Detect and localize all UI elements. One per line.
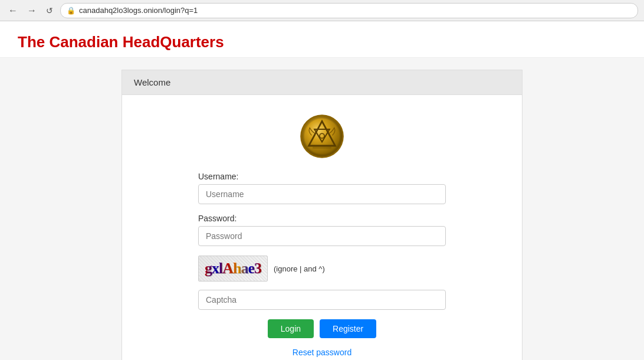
coin-logo	[298, 113, 346, 160]
page-body: Welcome	[0, 58, 644, 360]
reload-button[interactable]: ↺	[44, 5, 55, 17]
captcha-input-group	[198, 290, 446, 310]
browser-chrome: ← → ↺ 🔒 canadahq2lo3logs.onion/login?q=1	[0, 0, 644, 21]
password-label: Password:	[198, 214, 446, 223]
card-title: Welcome	[134, 77, 170, 87]
login-button[interactable]: Login	[268, 319, 314, 338]
captcha-input[interactable]	[198, 290, 446, 310]
svg-rect-6	[313, 147, 331, 149]
captcha-row: gxlAhae3 (ignore | and ^)	[198, 256, 446, 282]
username-group: Username:	[198, 172, 446, 204]
site-title[interactable]: The Canadian HeadQuarters	[18, 33, 224, 51]
username-input[interactable]	[198, 184, 446, 204]
password-input[interactable]	[198, 226, 446, 246]
captcha-image: gxlAhae3	[198, 256, 268, 282]
captcha-hint: (ignore | and ^)	[274, 264, 325, 273]
login-form: Username: Password: gxlAhae3 (ignore | a…	[198, 172, 446, 357]
register-button[interactable]: Register	[320, 319, 376, 338]
reset-password-link[interactable]: Reset password	[198, 348, 446, 357]
buttons-row: Login Register	[198, 319, 446, 338]
url-text: canadahq2lo3logs.onion/login?q=1	[79, 6, 198, 15]
page-header: The Canadian HeadQuarters	[0, 21, 644, 58]
card-body: Username: Password: gxlAhae3 (ignore | a…	[122, 95, 522, 360]
username-label: Username:	[198, 172, 446, 181]
password-group: Password:	[198, 214, 446, 246]
captcha-display: gxlAhae3	[205, 260, 261, 277]
login-card: Welcome	[121, 70, 523, 360]
card-header: Welcome	[122, 70, 522, 95]
address-bar[interactable]: 🔒 canadahq2lo3logs.onion/login?q=1	[60, 3, 638, 18]
forward-button[interactable]: →	[25, 4, 39, 17]
back-button[interactable]: ←	[6, 4, 20, 17]
lock-icon: 🔒	[67, 6, 75, 15]
